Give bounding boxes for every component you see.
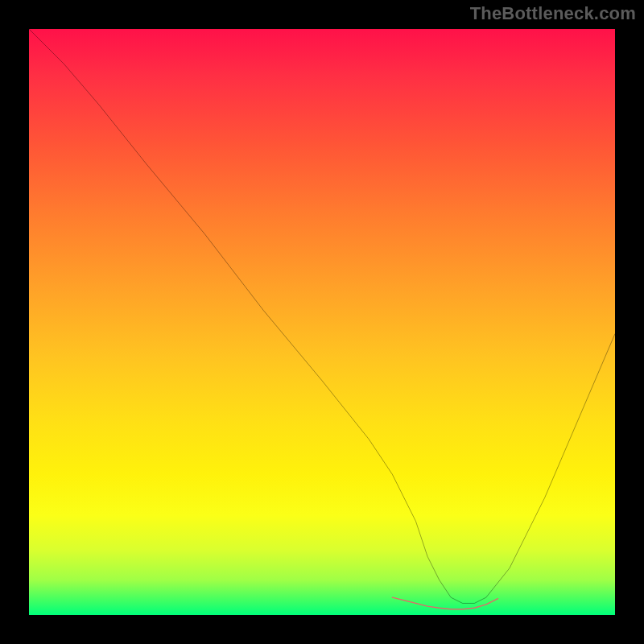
chart-frame: TheBottleneck.com [0, 0, 644, 644]
watermark-text: TheBottleneck.com [470, 3, 636, 24]
bottleneck-curve [29, 29, 615, 603]
plot-area [29, 29, 615, 615]
chart-svg [29, 29, 615, 615]
optimal-segment [392, 597, 497, 609]
